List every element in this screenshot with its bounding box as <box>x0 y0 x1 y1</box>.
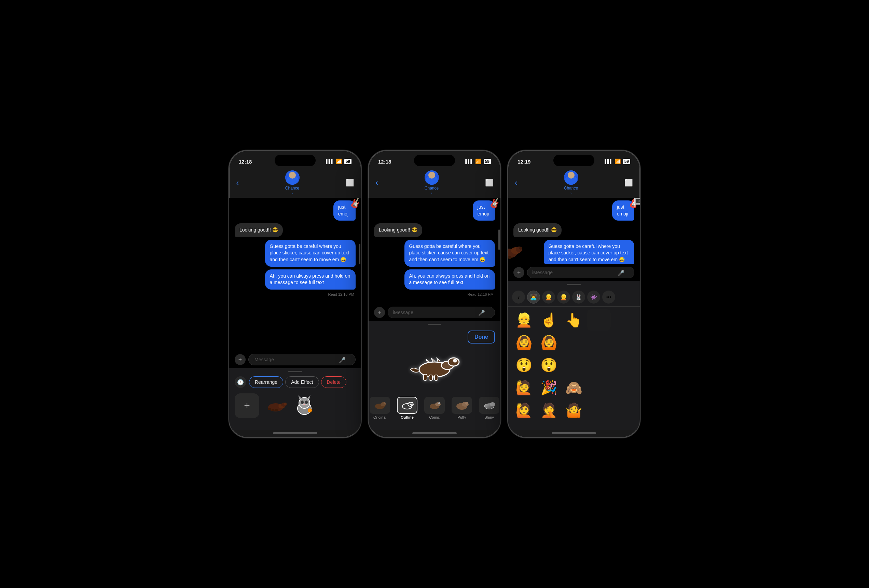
avatar-2 <box>425 170 439 185</box>
emoji-cell-22[interactable]: 🤦 <box>537 400 561 421</box>
effect-panel-2: Done <box>369 321 500 430</box>
rearrange-button-1[interactable]: Rearrange <box>249 376 283 388</box>
svg-point-3 <box>284 403 286 405</box>
effect-original-label: Original <box>373 415 386 419</box>
back-button-2[interactable]: ‹ <box>375 178 378 187</box>
video-call-button-2[interactable]: ⬜ <box>485 179 494 187</box>
just-emoji-row-1: just emoji 🎸 <box>326 200 356 221</box>
msg-bubble-received-3: Looking good!! 😎 <box>513 223 562 237</box>
cat-memoji-blue-3[interactable]: 🧑‍💻 <box>527 290 540 304</box>
nav-bar-3: ‹ Chance › ⬜ <box>508 169 640 198</box>
signal-icon-1: ▌▌▌ <box>326 159 334 164</box>
phone-2: 12:18 ▌▌▌ 📶 59 ‹ Chance <box>368 150 501 438</box>
contact-name-1: Chance <box>285 186 299 191</box>
effect-comic-thumb <box>424 397 445 414</box>
back-button-1[interactable]: ‹ <box>236 178 239 187</box>
memoji-laptop-svg <box>627 198 640 207</box>
emoji-cell-1[interactable]: 👱 <box>512 310 535 330</box>
svg-point-12 <box>305 401 308 404</box>
svg-point-6 <box>274 409 278 411</box>
contact-name-2: Chance <box>425 186 439 191</box>
add-sticker-button-1[interactable]: + <box>235 393 259 418</box>
svg-point-27 <box>384 402 386 404</box>
msg-row-sent-long-1: Guess gotta be careful where you place s… <box>235 240 356 267</box>
emoji-cell-23[interactable]: 🤷 <box>562 400 586 421</box>
emoji-cell-3[interactable]: 👆 <box>562 310 586 330</box>
svg-point-33 <box>438 402 440 404</box>
home-indicator-2 <box>412 432 457 434</box>
avatar-person-2 <box>425 170 439 185</box>
cat-memoji-rabbit-3[interactable]: 🐰 <box>572 290 585 304</box>
emoji-cell-12[interactable]: 😲 <box>537 354 561 376</box>
panel-handle-2 <box>428 324 441 325</box>
nav-contact-2[interactable]: Chance › <box>425 170 439 195</box>
emoji-keyboard-3: ‹ 🧑‍💻 👱 👱 🐰 👾 ••• 👱 ☝️ 👆 🙆 🙆 <box>508 281 640 430</box>
emoji-cell-4[interactable] <box>587 310 611 330</box>
status-icons-1: ▌▌▌ 📶 59 <box>326 158 351 164</box>
memoji-laptop-sticker-3 <box>627 198 640 209</box>
cat-memoji-alien-3[interactable]: 👾 <box>587 290 600 304</box>
cat-more-3[interactable]: ••• <box>602 290 615 304</box>
cat-sticker-item-1[interactable] <box>292 393 317 418</box>
imessage-input-3[interactable]: iMessage 🎤 <box>527 267 634 278</box>
emoji-cell-16[interactable]: 🙋 <box>512 377 535 398</box>
delete-button-1[interactable]: Delete <box>321 376 346 388</box>
emoji-cell-2[interactable]: ☝️ <box>537 310 561 330</box>
emoji-cell-18[interactable]: 🙈 <box>562 377 586 398</box>
msg-bubble-sent-long-3: Guess gotta be careful where you place s… <box>544 240 635 264</box>
svg-marker-10 <box>306 395 310 400</box>
effect-shiny[interactable]: Shiny <box>479 397 500 419</box>
msg-row-sent-2-2: Ah, you can always press and hold on a m… <box>374 270 495 290</box>
battery-3: 59 <box>623 159 630 164</box>
back-button-3[interactable]: ‹ <box>515 178 518 187</box>
svg-rect-23 <box>429 375 433 381</box>
mic-icon-1: 🎤 <box>339 357 346 363</box>
effect-shiny-label: Shiny <box>484 415 494 419</box>
add-effect-button-1[interactable]: Add Effect <box>285 376 319 388</box>
clock-icon-1[interactable]: 🕐 <box>235 376 246 388</box>
dino-outline-thumb <box>400 400 414 410</box>
phones-container: 12:18 ▌▌▌ 📶 59 ‹ Chance <box>228 150 641 438</box>
effect-comic[interactable]: Comic <box>424 397 445 419</box>
msg-row-sent-emoji-2: just emoji 🎸 <box>374 200 495 221</box>
video-call-button-3[interactable]: ⬜ <box>624 179 633 187</box>
done-button-2[interactable]: Done <box>468 330 495 344</box>
emoji-cell-6[interactable]: 🙆 <box>512 332 535 353</box>
msg-bubble-sent-2-1: Ah, you can always press and hold on a m… <box>265 270 356 290</box>
emoji-cell-17[interactable]: 🎉 <box>537 377 561 398</box>
emoji-cell-14 <box>587 354 611 376</box>
svg-point-56 <box>519 247 522 250</box>
cat-memoji-blonde-3[interactable]: 👱 <box>542 290 555 304</box>
wifi-icon-1: 📶 <box>336 158 342 164</box>
imessage-input-1[interactable]: iMessage 🎤 <box>248 354 356 365</box>
sticker-panel-1: 🕐 Rearrange Add Effect Delete + <box>229 368 361 430</box>
nav-contact-1[interactable]: Chance › <box>285 170 300 195</box>
svg-point-21 <box>455 360 456 361</box>
plus-button-3[interactable]: + <box>513 267 524 278</box>
imessage-input-2[interactable]: iMessage 🎤 <box>388 307 495 318</box>
msg-row-received-1: Looking good!! 😎 <box>235 223 356 237</box>
svg-point-36 <box>465 402 468 404</box>
svg-point-4 <box>268 408 271 410</box>
emoji-cell-21[interactable]: 🙋 <box>512 400 535 421</box>
effect-puffy[interactable]: Puffy <box>452 397 472 419</box>
effect-original[interactable]: Original <box>369 397 390 419</box>
dino-sticker-svg-1 <box>263 397 288 414</box>
mic-icon-2: 🎤 <box>478 310 485 316</box>
emoji-cell-11[interactable]: 😲 <box>512 354 535 376</box>
just-emoji-row-3: just emoji 🎸 <box>605 200 634 221</box>
dino-sticker-item-1[interactable] <box>263 393 288 418</box>
emoji-cell-7[interactable]: 🙆 <box>537 332 561 353</box>
plus-button-2[interactable]: + <box>374 307 385 318</box>
svg-point-19 <box>448 358 459 366</box>
video-call-button-1[interactable]: ⬜ <box>346 179 354 187</box>
cat-back-3[interactable]: ‹ <box>512 290 525 304</box>
status-icons-2: ▌▌▌ 📶 59 <box>465 158 491 164</box>
read-receipt-1: Read 12:16 PM <box>328 292 354 296</box>
input-bar-2: + iMessage 🎤 <box>369 304 500 321</box>
plus-button-1[interactable]: + <box>235 354 246 365</box>
contact-name-3: Chance <box>564 186 578 191</box>
nav-contact-3[interactable]: Chance › <box>564 170 578 195</box>
cat-memoji-blonde2-3[interactable]: 👱 <box>557 290 570 304</box>
effect-outline[interactable]: Outline <box>397 397 417 419</box>
